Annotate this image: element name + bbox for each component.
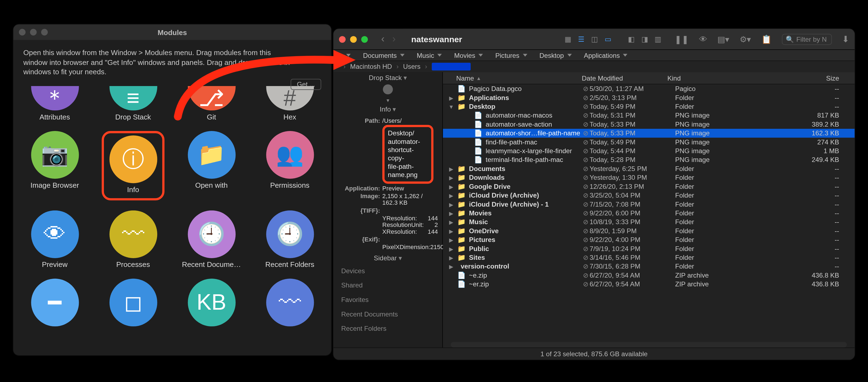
zoom-icon[interactable] [361, 36, 368, 42]
favorite-desktop[interactable]: Desktop [539, 51, 572, 59]
file-row[interactable]: ▶📁Sites⊘3/14/16, 5:46 PMFolder-- [443, 253, 855, 262]
file-row[interactable]: 📄automator-save-action⊘Today, 5:33 PMPNG… [443, 120, 855, 129]
module-git[interactable]: ⎇Git [180, 87, 243, 121]
appearance-segment[interactable]: ◧ ◨ ▥ [625, 34, 665, 44]
path-bar[interactable]: › Macintosh HD › Users › [333, 61, 855, 72]
module-hex[interactable]: #Hex [258, 87, 321, 121]
file-row[interactable]: 📄automator-mac-macos⊘Today, 5:31 PMPNG i… [443, 111, 855, 120]
file-row[interactable]: ▶📁OneDrive⊘8/9/20, 1:59 PMFolder-- [443, 227, 855, 235]
get-modules-button[interactable]: Get ... [291, 79, 321, 90]
file-row[interactable]: ▼📁Desktop⊘Today, 5:49 PMFolder-- [443, 102, 855, 111]
favorite-music[interactable]: Music [417, 51, 442, 59]
list-view-icon[interactable]: ☰ [575, 34, 588, 44]
favorite-applications[interactable]: Applications [584, 51, 627, 59]
file-row[interactable]: ▶📁Public⊘7/9/19, 10:24 PMFolder-- [443, 244, 855, 253]
disclosure-icon[interactable]: ▶ [448, 175, 454, 181]
sidebar-group-devices[interactable]: Devices [333, 264, 442, 278]
dual-pane-icon[interactable]: ❚❚ [675, 34, 689, 44]
module-permissions[interactable]: 👥Permissions [258, 131, 321, 200]
appearance-icon[interactable]: ◧ [625, 34, 638, 44]
sidebar-group-recent-documents[interactable]: Recent Documents [333, 307, 442, 321]
icon-view-icon[interactable]: ▦ [561, 34, 575, 44]
disclosure-icon[interactable]: ▶ [448, 228, 454, 234]
disclosure-icon[interactable]: ▶ [448, 201, 454, 207]
quicklook-icon[interactable]: 👁 [699, 35, 707, 44]
favorite-documents[interactable]: Documents [363, 51, 404, 59]
disclosure-icon[interactable]: ▶ [448, 246, 454, 251]
col-size[interactable]: Size [773, 74, 855, 82]
module-info[interactable]: ⓘInfo [102, 131, 164, 200]
module-drop-stack[interactable]: ≡Drop Stack [102, 87, 164, 121]
sidebar-heading[interactable]: Sidebar [333, 253, 442, 264]
horizontal-scrollbar[interactable] [451, 342, 847, 347]
disclosure-icon[interactable]: ▶ [448, 95, 454, 101]
path-segment[interactable]: Macintosh HD [350, 63, 392, 70]
file-row[interactable]: 📄find-file-path-mac⊘Today, 5:49 PMPNG im… [443, 138, 855, 146]
disclosure-icon[interactable]: ▶ [448, 237, 454, 243]
column-view-icon[interactable]: ◫ [588, 34, 601, 44]
disclosure-icon[interactable]: ▶ [448, 193, 454, 198]
file-row[interactable]: 📄~er.zip⊘6/27/20, 9:54 AMZIP archive436.… [443, 280, 855, 288]
file-row[interactable]: ▶📁Google Drive⊘12/26/20, 2:13 PMFolder-- [443, 182, 855, 191]
module-preview[interactable]: 👁Preview [23, 210, 86, 269]
minimize-icon[interactable] [350, 36, 356, 42]
drop-stack-heading[interactable]: Drop Stack [333, 72, 442, 83]
close-icon[interactable] [339, 36, 346, 42]
file-row[interactable]: 📄leanmymac-x-large-file-finder⊘Today, 5:… [443, 147, 855, 155]
file-row[interactable]: 📄automator-shor…file-path-name⊘Today, 5:… [443, 129, 855, 138]
col-name[interactable]: Name [456, 74, 474, 82]
module-item[interactable]: ◻ [102, 278, 164, 328]
appearance-icon[interactable]: ◨ [638, 34, 651, 44]
disclosure-icon[interactable]: ▶ [448, 263, 454, 269]
module-attributes[interactable]: ＊Attributes [23, 87, 86, 121]
module-recent-docume-[interactable]: 🕘Recent Docume… [180, 210, 243, 269]
home-favorite[interactable]: ⌂ [339, 51, 351, 59]
forward-button[interactable]: › [392, 33, 396, 45]
sidebar-group-shared[interactable]: Shared [333, 278, 442, 293]
sidebar-group-recent-folders[interactable]: Recent Folders [333, 321, 442, 336]
file-row[interactable]: 📄~e.zip⊘6/27/20, 9:54 AMZIP archive436.8… [443, 271, 855, 279]
path-segment[interactable]: Users [403, 63, 420, 70]
file-row[interactable]: ▶version-control⊘7/30/15, 6:28 PMFolder-… [443, 262, 855, 271]
file-row[interactable]: ▶📁iCloud Drive (Archive)⊘3/25/20, 5:04 P… [443, 191, 855, 200]
modules-titlebar[interactable]: Modules [13, 24, 332, 40]
gallery-view-icon[interactable]: ▭ [601, 34, 615, 44]
favorite-pictures[interactable]: Pictures [495, 51, 527, 59]
action-icon[interactable]: ⚙▾ [740, 34, 751, 44]
module-open-with[interactable]: 📁Open with [180, 131, 243, 200]
drop-stack-avatar-icon[interactable] [383, 84, 393, 94]
disclosure-icon[interactable]: ▶ [448, 166, 454, 172]
appearance-icon[interactable]: ▥ [651, 34, 665, 44]
disclosure-icon[interactable]: ▼ [448, 104, 454, 110]
favorite-movies[interactable]: Movies [454, 51, 483, 59]
file-row[interactable]: 📄Pagico Data.pgco⊘5/30/20, 11:27 AMPagic… [443, 84, 855, 93]
file-row[interactable]: ▶📁iCloud Drive (Archive) - 1⊘7/15/20, 7:… [443, 200, 855, 209]
view-mode-segment[interactable]: ▦ ☰ ◫ ▭ [561, 34, 615, 44]
module-recent-folders[interactable]: 🕘Recent Folders [258, 210, 321, 269]
file-row[interactable]: ▶📁Downloads⊘Yesterday, 1:30 PMFolder-- [443, 173, 855, 182]
file-row[interactable]: ▶📁Music⊘10/8/19, 3:33 PMFolder-- [443, 217, 855, 227]
file-row[interactable]: ▶📁Documents⊘Yesterday, 6:25 PMFolder-- [443, 165, 855, 173]
col-date[interactable]: Date Modified [582, 74, 668, 82]
file-row[interactable]: 📄terminal-find-file-path-mac⊘Today, 5:28… [443, 155, 855, 164]
file-row[interactable]: ▶📁Applications⊘2/5/20, 3:13 PMFolder-- [443, 93, 855, 102]
module-image-browser[interactable]: 📷Image Browser [23, 131, 86, 200]
file-row[interactable]: ▶📁Pictures⊘9/22/20, 4:00 PMFolder-- [443, 235, 855, 244]
disclosure-icon[interactable]: ▶ [448, 183, 454, 189]
module-item[interactable]: KB [180, 278, 243, 328]
path-segment-redacted[interactable] [432, 63, 470, 70]
group-icon[interactable]: ▤▾ [717, 34, 730, 44]
module-item[interactable]: 〰 [258, 278, 321, 328]
module-item[interactable]: ━ [23, 278, 86, 328]
search-input[interactable]: 🔍 Filter by N [782, 34, 832, 45]
file-row[interactable]: ▶📁Movies⊘9/22/20, 6:00 PMFolder-- [443, 209, 855, 217]
disclosure-icon[interactable]: ▶ [448, 254, 454, 261]
col-kind[interactable]: Kind [668, 74, 773, 82]
download-icon[interactable]: ⬇ [842, 34, 849, 44]
column-headers[interactable]: Name ▲ Date Modified Kind Size [443, 72, 855, 84]
disclosure-icon[interactable]: ▶ [448, 210, 454, 216]
clipboard-icon[interactable]: 📋 [761, 34, 772, 44]
info-heading[interactable]: Info [333, 104, 442, 115]
sidebar-group-favorites[interactable]: Favorites [333, 292, 442, 307]
back-button[interactable]: ‹ [381, 33, 384, 45]
